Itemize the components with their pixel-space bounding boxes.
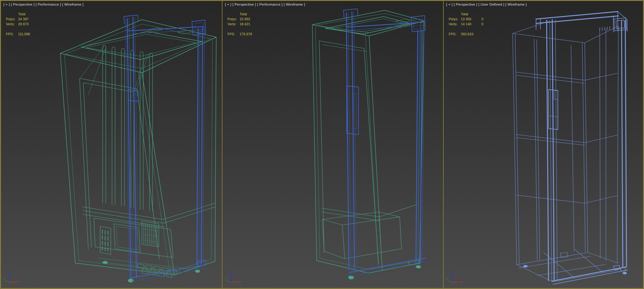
stats-verts-label: Verts: xyxy=(6,22,18,27)
axis-x-label: X xyxy=(460,281,462,284)
viewport-label[interactable]: [ + ] [ Perspective ] [ User Defined ] [… xyxy=(446,2,527,6)
viewport-1[interactable]: [ + ] [ Perspective ] [ Performance ] [ … xyxy=(1,1,222,288)
viewport-label[interactable]: [ + ] [ Perspective ] [ Performance ] [ … xyxy=(225,2,305,6)
fridge-wireframe-midpoly[interactable] xyxy=(222,1,443,288)
statistics-overlay: Total Polys:13 9550 Verts:14 1400 FPS:26… xyxy=(444,12,491,37)
axis-x-label: X xyxy=(17,281,19,284)
fridge-wireframe-highpoly[interactable] xyxy=(1,1,222,288)
stats-fps-value: 111,098 xyxy=(18,32,39,37)
axis-gizmo: Z X Y xyxy=(445,271,464,286)
fridge-door-wireframe-selected[interactable] xyxy=(536,12,628,284)
stats-polys-value: 15 953 xyxy=(240,17,260,22)
axis-x-label: X xyxy=(239,281,241,284)
stats-polys-label: Polys: xyxy=(449,17,461,22)
stats-fps-value: 175,978 xyxy=(240,32,260,37)
axis-y-label: Y xyxy=(3,278,5,281)
viewport-label[interactable]: [ + ] [ Perspective ] [ Performance ] [ … xyxy=(3,2,84,6)
stats-verts-selected: 0 xyxy=(481,22,491,27)
stats-fps-label: FPS: xyxy=(6,32,18,37)
stats-polys-selected: 0 xyxy=(481,17,491,22)
stats-total-label: Total xyxy=(461,12,481,17)
viewport-2[interactable]: [ + ] [ Perspective ] [ Performance ] [ … xyxy=(222,1,443,288)
fridge-wireframe-lowpoly[interactable] xyxy=(444,1,643,288)
fridge-body-wireframe[interactable] xyxy=(513,21,627,282)
axis-z-label: Z xyxy=(451,271,453,274)
stats-verts-label: Verts: xyxy=(449,22,461,27)
axis-gizmo: Z X Y xyxy=(224,271,242,286)
fridge-body-wireframe[interactable] xyxy=(60,20,216,282)
stats-polys-label: Polys: xyxy=(6,17,18,22)
stats-total-label: Total xyxy=(18,12,39,17)
statistics-overlay: Total Polys:15 953 Verts:18 421 FPS:175,… xyxy=(222,12,260,37)
stats-verts-value: 28 873 xyxy=(18,22,39,27)
stats-fps-label: FPS: xyxy=(227,32,240,37)
stats-polys-label: Polys: xyxy=(227,17,240,22)
axis-z-label: Z xyxy=(230,271,232,274)
axis-y-label: Y xyxy=(446,278,448,281)
axis-z-label: Z xyxy=(9,271,11,274)
stats-total-label: Total xyxy=(240,12,260,17)
axis-y-label: Y xyxy=(225,278,227,281)
max-multi-viewport: [ + ] [ Perspective ] [ Performance ] [ … xyxy=(0,0,644,289)
fridge-door-wireframe-selected[interactable] xyxy=(344,9,427,276)
stats-fps-label: FPS: xyxy=(449,32,461,37)
stats-verts-label: Verts: xyxy=(227,22,240,27)
stats-verts-value: 18 421 xyxy=(240,22,260,27)
stats-polys-value: 13 955 xyxy=(461,17,481,22)
stats-fps-value: 260,633 xyxy=(461,32,481,37)
fridge-body-wireframe[interactable] xyxy=(312,10,424,279)
axis-gizmo: Z X Y xyxy=(2,271,21,286)
stats-verts-value: 14 140 xyxy=(461,22,481,27)
stats-polys-value: 24 387 xyxy=(18,17,39,22)
viewport-3[interactable]: [ + ] [ Perspective ] [ User Defined ] [… xyxy=(444,1,643,288)
statistics-overlay: Total Polys:24 387 Verts:28 873 FPS:111,… xyxy=(1,12,39,37)
